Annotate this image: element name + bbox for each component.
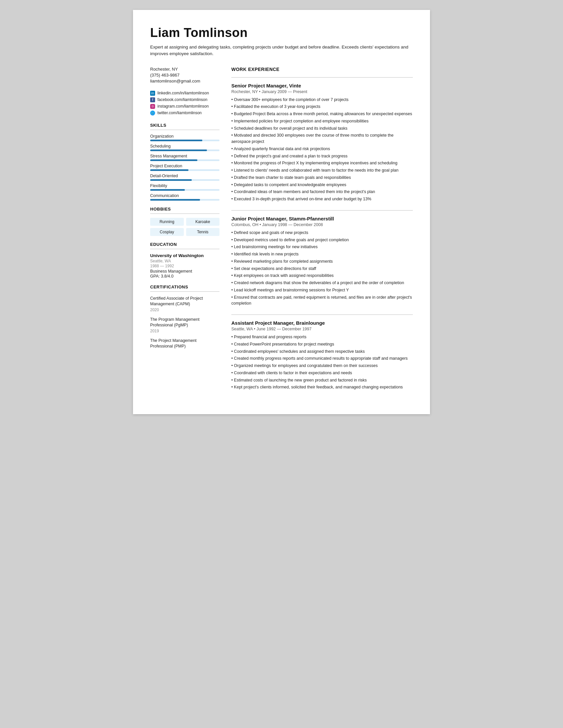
instagram-icon: ⊙ bbox=[150, 104, 155, 109]
work-divider bbox=[231, 314, 413, 315]
skill-bar-fill bbox=[150, 189, 185, 191]
skill-name: Scheduling bbox=[150, 144, 219, 149]
skills-title: SKILLS bbox=[150, 123, 219, 128]
job-bullet: Set clear expectations and directions fo… bbox=[231, 266, 413, 272]
edu-school: University of Washington bbox=[150, 253, 219, 258]
cert-item: Certified Associate of Project Managemen… bbox=[150, 296, 219, 312]
instagram-label: instagram.com/liamtomlinson bbox=[157, 104, 209, 109]
job-bullet: Created monthly progress reports and com… bbox=[231, 355, 413, 362]
certifications-list: Certified Associate of Project Managemen… bbox=[150, 296, 219, 349]
skills-list: Organization Scheduling Stress Managemen… bbox=[150, 134, 219, 201]
twitter-icon: 🐦 bbox=[150, 111, 155, 116]
social-linkedin[interactable]: in linkedin.com/in/liamtomlinson bbox=[150, 91, 219, 96]
job-bullet: Coordinated employees' schedules and ass… bbox=[231, 348, 413, 355]
skill-item: Organization bbox=[150, 134, 219, 141]
skills-divider bbox=[150, 130, 219, 130]
job-bullet: Budgeted Project Beta across a three mon… bbox=[231, 111, 413, 117]
skill-bar-bg bbox=[150, 189, 219, 191]
contact-email: liamtomlinson@gmail.com bbox=[150, 79, 219, 83]
job-bullet: Organized meetings for employees and con… bbox=[231, 363, 413, 369]
candidate-summary: Expert at assigning and delegating tasks… bbox=[150, 44, 413, 57]
education-list: University of Washington Seattle, WA 198… bbox=[150, 253, 219, 279]
skill-item: Project Execution bbox=[150, 164, 219, 171]
social-twitter[interactable]: 🐦 twitter.com/liamtomlinson bbox=[150, 111, 219, 116]
job-bullets: Oversaw 300+ employees for the completio… bbox=[231, 97, 413, 202]
job-bullet: Reviewed marketing plans for completed a… bbox=[231, 258, 413, 265]
job-bullet: Oversaw 300+ employees for the completio… bbox=[231, 97, 413, 103]
skill-bar-fill bbox=[150, 179, 192, 181]
work-experience-list: Senior Project Manager, Vinte Rochester,… bbox=[231, 83, 413, 391]
skill-name: Detail-Oriented bbox=[150, 174, 219, 178]
certifications-section: CERTIFICATIONS Certified Associate of Pr… bbox=[150, 284, 219, 349]
education-title: EDUCATION bbox=[150, 242, 219, 247]
facebook-icon: f bbox=[150, 97, 155, 102]
job-bullets: Prepared financial and progress reportsC… bbox=[231, 334, 413, 390]
cert-name: The Project Management Professional (PMP… bbox=[150, 338, 219, 349]
skill-item: Scheduling bbox=[150, 144, 219, 151]
skill-item: Flexibility bbox=[150, 183, 219, 191]
job-bullet: Developed metrics used to define goals a… bbox=[231, 237, 413, 243]
job-meta: Colombus, OH • January 1998 — December 2… bbox=[231, 222, 413, 227]
job-bullet: Led brainstorming meetings for new initi… bbox=[231, 244, 413, 250]
job-title: Junior Project Manager, Stamm-Pfannersti… bbox=[231, 216, 413, 221]
job-bullet: Estimated costs of launching the new gre… bbox=[231, 377, 413, 383]
job-title: Assistant Project Manager, Brainlounge bbox=[231, 320, 413, 326]
education-divider bbox=[150, 249, 219, 249]
skill-item: Communication bbox=[150, 193, 219, 201]
job-bullet: Coordinated with clients to factor in th… bbox=[231, 370, 413, 376]
hobbies-grid: RunningKaroakeCosplayTennis bbox=[150, 218, 219, 236]
contact-block: Rochester, NY (375) 463-9867 liamtomlins… bbox=[150, 67, 219, 83]
job-bullet: Implemented policies for project complet… bbox=[231, 118, 413, 124]
job-bullet: Coordinated ideas of team members and fa… bbox=[231, 189, 413, 195]
right-column: WORK EXPERIENCE Senior Project Manager, … bbox=[231, 67, 413, 399]
job-bullet: Created network diagrams that show the d… bbox=[231, 280, 413, 286]
left-column: Rochester, NY (375) 463-9867 liamtomlins… bbox=[150, 67, 219, 399]
social-instagram[interactable]: ⊙ instagram.com/liamtomlinson bbox=[150, 104, 219, 109]
job-title: Senior Project Manager, Vinte bbox=[231, 83, 413, 88]
job-bullet: Analyzed quarterly financial data and ri… bbox=[231, 146, 413, 152]
hobbies-title: HOBBIES bbox=[150, 207, 219, 212]
skill-name: Flexibility bbox=[150, 183, 219, 188]
cert-name: The Program Management Professional (PgM… bbox=[150, 317, 219, 328]
skill-bar-fill bbox=[150, 140, 202, 141]
skill-bar-bg bbox=[150, 169, 219, 171]
skill-bar-bg bbox=[150, 149, 219, 151]
edu-degree: Business Management bbox=[150, 269, 219, 274]
work-divider-top bbox=[231, 77, 413, 78]
contact-location: Rochester, NY bbox=[150, 67, 219, 72]
candidate-name: Liam Tomlinson bbox=[150, 26, 413, 40]
social-facebook[interactable]: f facebook.com/liamtomlinson bbox=[150, 97, 219, 102]
contact-phone: (375) 463-9867 bbox=[150, 73, 219, 78]
skill-name: Stress Management bbox=[150, 154, 219, 158]
skill-bar-fill bbox=[150, 169, 188, 171]
hobby-tag: Cosplay bbox=[150, 228, 184, 236]
skills-section: SKILLS Organization Scheduling Stress Ma… bbox=[150, 123, 219, 201]
job-block: Senior Project Manager, Vinte Rochester,… bbox=[231, 83, 413, 202]
skill-bar-fill bbox=[150, 159, 197, 161]
job-bullet: Facilitated the execution of 3 year-long… bbox=[231, 104, 413, 110]
hobbies-section: HOBBIES RunningKaroakeCosplayTennis bbox=[150, 207, 219, 236]
twitter-label: twitter.com/liamtomlinson bbox=[157, 111, 202, 115]
job-bullet: Kept employees on track with assigned re… bbox=[231, 273, 413, 279]
facebook-label: facebook.com/liamtomlinson bbox=[157, 97, 207, 102]
hobby-tag: Karoake bbox=[186, 218, 220, 226]
work-experience-title: WORK EXPERIENCE bbox=[231, 67, 413, 72]
job-bullet: Ensured that contracts are paid, rented … bbox=[231, 294, 413, 307]
skill-bar-bg bbox=[150, 179, 219, 181]
job-meta: Rochester, NY • January 2009 — Present bbox=[231, 89, 413, 94]
hobby-tag: Running bbox=[150, 218, 184, 226]
cert-year: 2019 bbox=[150, 329, 219, 333]
education-section: EDUCATION University of Washington Seatt… bbox=[150, 242, 219, 279]
job-bullet: Monitored the progress of Project X by i… bbox=[231, 160, 413, 166]
job-bullet: Listened to clients' needs and collabora… bbox=[231, 167, 413, 174]
job-bullet: Executed 3 in-depth projects that arrive… bbox=[231, 196, 413, 202]
cert-item: The Project Management Professional (PMP… bbox=[150, 338, 219, 349]
job-meta: Seattle, WA • June 1992 — December 1997 bbox=[231, 327, 413, 331]
job-bullet: Delegated tasks to competent and knowled… bbox=[231, 182, 413, 188]
linkedin-label: linkedin.com/in/liamtomlinson bbox=[157, 91, 209, 95]
job-bullet: Defined the project's goal and created a… bbox=[231, 153, 413, 159]
job-bullet: Drafted the team charter to state team g… bbox=[231, 175, 413, 181]
resume-container: Liam Tomlinson Expert at assigning and d… bbox=[133, 10, 430, 414]
certifications-title: CERTIFICATIONS bbox=[150, 284, 219, 289]
cert-year: 2020 bbox=[150, 308, 219, 312]
